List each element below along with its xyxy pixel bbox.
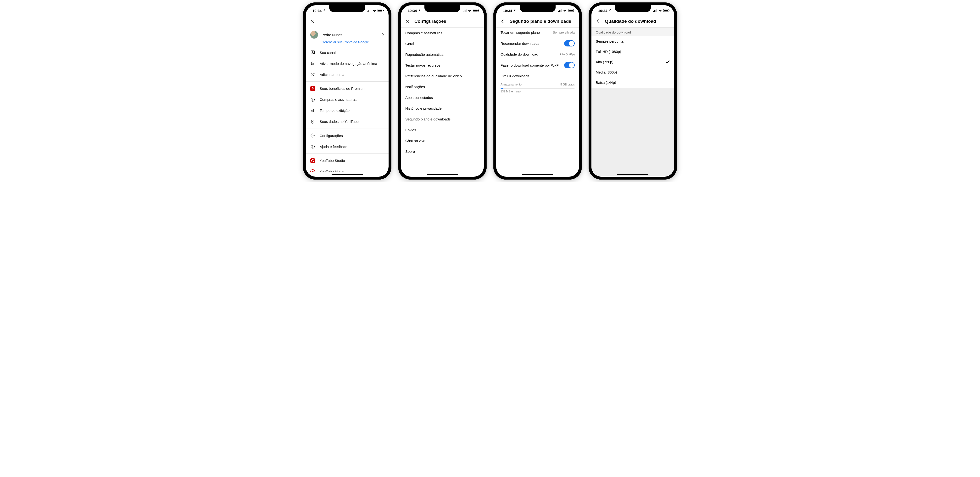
header: Segundo plano e downloads (496, 16, 579, 27)
settings-item-purchases[interactable]: Compras e assinaturas (401, 27, 484, 38)
item-label: Notificações (405, 85, 425, 89)
cellular-icon (463, 10, 467, 12)
status-time: 10:34 (312, 9, 321, 13)
svg-point-1 (312, 51, 313, 53)
manage-google-account-link[interactable]: Gerenciar sua Conta do Google (306, 40, 388, 47)
menu-label: YouTube Music (320, 169, 384, 172)
row-label: Recomendar downloads (501, 41, 560, 46)
quality-option-720p[interactable]: Alta (720p) (592, 57, 674, 67)
account-name: Pedro Nunes (321, 33, 379, 37)
row-label: Tocar em segundo plano (501, 30, 549, 35)
youtube-studio-icon (310, 158, 315, 163)
row-download-quality[interactable]: Qualidade do download Alta (720p) (496, 49, 579, 59)
quality-option-144p[interactable]: Baixa (144p) (592, 77, 674, 88)
menu-label: Seus benefícios do Premium (320, 86, 384, 91)
row-wifi-only[interactable]: Fazer o download somente por Wi-Fi (496, 59, 579, 71)
close-icon[interactable] (404, 18, 410, 24)
phone-frame-2: 10:34 Configurações Compras e assinatura… (398, 2, 487, 180)
settings-item-try-features[interactable]: Testar novos recursos (401, 60, 484, 71)
header: Qualidade do download (592, 16, 674, 27)
quality-option-1080p[interactable]: Full HD (1080p) (592, 46, 674, 57)
home-indicator[interactable] (496, 172, 579, 177)
toggle-switch[interactable] (564, 62, 575, 68)
item-label: Compras e assinaturas (405, 31, 442, 35)
menu-help[interactable]: Ajuda e feedback (306, 141, 388, 152)
battery-icon (473, 9, 479, 12)
settings-item-notifications[interactable]: Notificações (401, 81, 484, 92)
menu-purchases[interactable]: Compras e assinaturas (306, 94, 388, 105)
location-icon (513, 9, 516, 13)
home-indicator[interactable] (401, 172, 484, 177)
storage-fill (501, 88, 503, 89)
shield-person-icon (310, 119, 315, 124)
status-time: 10:34 (598, 9, 607, 13)
item-label: Testar novos recursos (405, 63, 441, 67)
location-icon (608, 9, 611, 13)
status-time: 10:34 (503, 9, 512, 13)
menu-watch-time[interactable]: Tempo de exibição (306, 105, 388, 116)
chevron-right-icon (382, 33, 384, 37)
page-title: Qualidade do download (605, 19, 656, 24)
notch (520, 5, 555, 12)
item-label: Geral (405, 41, 414, 46)
row-value: Sempre ativada (553, 31, 575, 34)
menu-your-channel[interactable]: Seu canal (306, 47, 388, 58)
menu-add-account[interactable]: Adicionar conta (306, 69, 388, 80)
quality-option-360p[interactable]: Média (360p) (592, 67, 674, 77)
option-label: Média (360p) (596, 70, 617, 74)
back-icon[interactable] (500, 18, 506, 24)
menu-incognito[interactable]: Ativar modo de navegação anônima (306, 58, 388, 69)
menu-your-data[interactable]: Seus dados no YouTube (306, 116, 388, 127)
item-label: Segundo plano e downloads (405, 117, 450, 121)
menu-label: Ativar modo de navegação anônima (320, 62, 384, 65)
cellular-icon (368, 10, 372, 12)
check-icon (666, 61, 670, 64)
settings-item-background-downloads[interactable]: Segundo plano e downloads (401, 114, 484, 124)
settings-item-connected-apps[interactable]: Apps conectados (401, 92, 484, 103)
back-icon[interactable] (595, 18, 601, 24)
svg-rect-6 (311, 111, 312, 112)
add-person-icon (310, 72, 315, 77)
help-circle-icon (310, 144, 315, 149)
settings-item-live-chat[interactable]: Chat ao vivo (401, 135, 484, 146)
toggle-switch[interactable] (564, 40, 575, 46)
page-title: Configurações (414, 19, 446, 24)
account-row[interactable]: Pedro Nunes (306, 27, 388, 40)
settings-item-history-privacy[interactable]: Histórico e privacidade (401, 103, 484, 114)
account-menu: Pedro Nunes Gerenciar sua Conta do Googl… (306, 27, 388, 172)
notch (425, 5, 460, 12)
menu-youtube-music[interactable]: YouTube Music (306, 166, 388, 172)
home-indicator[interactable] (592, 172, 674, 177)
premium-badge-icon: P (310, 86, 315, 91)
dollar-circle-icon (310, 97, 315, 102)
row-background-play[interactable]: Tocar em segundo plano Sempre ativada (496, 27, 579, 37)
menu-label: Ajuda e feedback (320, 145, 384, 149)
settings-item-about[interactable]: Sobre (401, 146, 484, 157)
menu-settings[interactable]: Configurações (306, 130, 388, 141)
option-label: Baixa (144p) (596, 80, 616, 85)
home-indicator[interactable] (306, 172, 388, 177)
menu-youtube-studio[interactable]: YouTube Studio (306, 155, 388, 166)
settings-item-video-quality[interactable]: Preferências de qualidade de vídeo (401, 71, 484, 81)
settings-item-general[interactable]: Geral (401, 38, 484, 49)
close-icon[interactable] (309, 18, 315, 24)
settings-item-uploads[interactable]: Envios (401, 124, 484, 135)
menu-label: Seu canal (320, 51, 384, 54)
row-recommend-downloads[interactable]: Recomendar downloads (496, 37, 579, 49)
quality-option-ask[interactable]: Sempre perguntar (592, 36, 674, 46)
svg-point-4 (312, 73, 313, 75)
status-time: 10:34 (408, 9, 417, 13)
location-icon (323, 9, 325, 13)
svg-point-9 (312, 121, 313, 121)
storage-bar (501, 88, 575, 89)
storage-free: 5 GB grátis (560, 83, 575, 86)
svg-point-12 (312, 147, 313, 148)
settings-item-autoplay[interactable]: Reprodução automática (401, 49, 484, 60)
row-value: Alta (720p) (559, 53, 575, 56)
item-label: Envios (405, 128, 416, 132)
menu-premium-benefits[interactable]: P Seus benefícios do Premium (306, 83, 388, 94)
storage-used: 139 MB em uso (501, 90, 575, 93)
cellular-icon (653, 10, 657, 12)
row-delete-downloads[interactable]: Excluir downloads (496, 71, 579, 81)
page-title: Segundo plano e downloads (510, 19, 571, 24)
